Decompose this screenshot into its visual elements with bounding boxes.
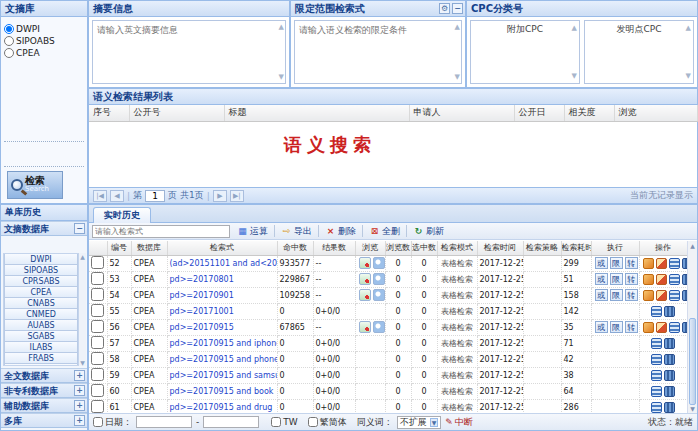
results-col-header[interactable]: 序号 bbox=[89, 105, 129, 121]
analyze-icon[interactable] bbox=[643, 274, 654, 285]
exec-限-button[interactable]: 限 bbox=[610, 289, 623, 301]
expand-icon[interactable]: + bbox=[74, 415, 85, 426]
analyze-icon[interactable] bbox=[643, 258, 654, 269]
browse-chart-icon[interactable] bbox=[359, 257, 371, 269]
results-col-header[interactable]: 申请人 bbox=[409, 105, 514, 121]
tw-checkbox-label[interactable]: TW bbox=[271, 417, 297, 427]
trash-icon[interactable] bbox=[664, 354, 675, 365]
tw-checkbox[interactable] bbox=[271, 417, 281, 427]
expand-icon[interactable]: + bbox=[74, 385, 85, 396]
save-icon[interactable] bbox=[669, 322, 680, 333]
sidebar-group-全文数据库[interactable]: 全文数据库+ bbox=[1, 368, 87, 383]
exec-或-button[interactable]: 或 bbox=[595, 257, 608, 269]
trash-icon[interactable] bbox=[664, 338, 675, 349]
scroll-up-icon[interactable]: ▲ bbox=[688, 242, 697, 249]
scroll-up-icon[interactable]: ▲ bbox=[80, 253, 85, 260]
browse-zoom-icon[interactable] bbox=[373, 257, 385, 269]
history-col-header[interactable]: 结果数 bbox=[313, 241, 355, 255]
save-icon[interactable] bbox=[651, 370, 662, 381]
results-col-header[interactable]: 浏览 bbox=[614, 105, 697, 121]
export-icon[interactable] bbox=[656, 322, 667, 333]
scroll-down-icon[interactable]: ▼ bbox=[279, 73, 284, 81]
history-scrollbar[interactable]: ▲ ▼ bbox=[687, 241, 697, 413]
last-page-button[interactable]: ▶| bbox=[230, 190, 244, 202]
scope-input[interactable] bbox=[294, 20, 462, 84]
results-col-header[interactable]: 相关度 bbox=[564, 105, 614, 121]
library-option-dwpi[interactable]: DWPI bbox=[4, 24, 84, 34]
browse-chart-icon[interactable] bbox=[359, 289, 371, 301]
scroll-up-icon[interactable]: ▲ bbox=[279, 23, 284, 31]
row-select-checkbox[interactable] bbox=[91, 352, 104, 365]
exec-转-button[interactable]: 转 bbox=[625, 273, 638, 285]
history-col-header[interactable]: 命中数 bbox=[277, 241, 313, 255]
sidebar-group-非专利数据库[interactable]: 非专利数据库+ bbox=[1, 383, 87, 398]
abstract-input[interactable] bbox=[92, 20, 286, 84]
sidebar-group-辅助数据库[interactable]: 辅助数据库+ bbox=[1, 398, 87, 413]
history-col-header[interactable]: 浏览 bbox=[355, 241, 385, 255]
sidebar-group-多库[interactable]: 多库+ bbox=[1, 413, 87, 428]
row-select-checkbox[interactable] bbox=[91, 368, 104, 381]
scroll-down-icon[interactable]: ▼ bbox=[80, 359, 85, 366]
row-query-link[interactable]: pd>=20170915 and phone bbox=[170, 355, 278, 364]
library-radio-dwpi[interactable] bbox=[4, 24, 14, 34]
query-input[interactable] bbox=[92, 225, 230, 238]
history-col-header[interactable]: 执行 bbox=[591, 241, 639, 255]
row-query-link[interactable]: pd>=20170915 and iphone bbox=[170, 339, 278, 348]
export-icon[interactable] bbox=[656, 274, 667, 285]
scroll-down-icon[interactable]: ▼ bbox=[572, 72, 577, 80]
row-select-checkbox[interactable] bbox=[91, 320, 104, 333]
history-col-header[interactable]: 编号 bbox=[107, 241, 131, 255]
analyze-icon[interactable] bbox=[643, 290, 654, 301]
next-page-button[interactable]: ▶ bbox=[213, 190, 227, 202]
sidebar-group-abstract-db[interactable]: 文摘数据库 − bbox=[1, 221, 87, 236]
save-icon[interactable] bbox=[651, 354, 662, 365]
exec-转-button[interactable]: 转 bbox=[625, 289, 638, 301]
刷新-button[interactable]: ↻刷新 bbox=[409, 224, 448, 238]
row-query-link[interactable]: pd>=20170901 bbox=[170, 291, 234, 300]
trash-icon[interactable] bbox=[664, 402, 675, 413]
row-query-link[interactable]: pd>=20170915 and drug bbox=[170, 403, 273, 412]
analyze-icon[interactable] bbox=[643, 322, 654, 333]
save-icon[interactable] bbox=[669, 274, 680, 285]
scroll-down-icon[interactable]: ▼ bbox=[455, 73, 460, 81]
cpc-additional-box[interactable]: 附加CPC ▲ ▼ bbox=[470, 20, 580, 84]
运算-button[interactable]: ▦运算 bbox=[233, 224, 272, 238]
sidebar-scrollbar[interactable]: ▲ ▼ bbox=[79, 253, 86, 366]
trash-icon[interactable] bbox=[664, 370, 675, 381]
prev-page-button[interactable]: ◀ bbox=[110, 190, 124, 202]
trash-icon[interactable] bbox=[664, 386, 675, 397]
history-col-header[interactable]: 浏览数 bbox=[385, 241, 411, 255]
browse-zoom-icon[interactable] bbox=[373, 289, 385, 301]
interrupt-button[interactable]: ✎ 中断 bbox=[445, 416, 473, 429]
scroll-up-icon[interactable]: ▲ bbox=[572, 24, 577, 32]
search-button[interactable]: 检索 Search bbox=[7, 171, 63, 199]
row-query-link[interactable]: pd>=20170915 bbox=[170, 323, 234, 332]
scroll-down-icon[interactable]: ▼ bbox=[686, 72, 691, 80]
trash-icon[interactable] bbox=[664, 306, 675, 317]
export-icon[interactable] bbox=[656, 290, 667, 301]
first-page-button[interactable]: |◀ bbox=[93, 190, 107, 202]
browse-chart-icon[interactable] bbox=[359, 273, 371, 285]
scroll-up-icon[interactable]: ▲ bbox=[455, 23, 460, 31]
row-select-checkbox[interactable] bbox=[91, 304, 104, 317]
exec-限-button[interactable]: 限 bbox=[610, 273, 623, 285]
全删-button[interactable]: ⊠全删 bbox=[365, 224, 404, 238]
cpc-invention-box[interactable]: 发明点CPC ▲ ▼ bbox=[584, 20, 694, 84]
row-select-checkbox[interactable] bbox=[91, 384, 104, 397]
charset-checkbox[interactable] bbox=[308, 417, 318, 427]
scroll-up-icon[interactable]: ▲ bbox=[686, 24, 691, 32]
save-icon[interactable] bbox=[651, 306, 662, 317]
results-col-header[interactable]: 公开日 bbox=[514, 105, 564, 121]
exec-转-button[interactable]: 转 bbox=[625, 321, 638, 333]
page-number-input[interactable] bbox=[145, 190, 165, 202]
date-from-input[interactable] bbox=[136, 416, 192, 428]
history-col-header[interactable]: 选中数 bbox=[411, 241, 437, 255]
scroll-down-icon[interactable]: ▼ bbox=[688, 405, 697, 412]
collapse-icon[interactable]: − bbox=[74, 223, 85, 234]
row-select-checkbox[interactable] bbox=[91, 256, 104, 269]
history-col-header[interactable]: 检索式 bbox=[167, 241, 277, 255]
exec-或-button[interactable]: 或 bbox=[595, 321, 608, 333]
save-icon[interactable] bbox=[669, 258, 680, 269]
exec-限-button[interactable]: 限 bbox=[610, 321, 623, 333]
save-icon[interactable] bbox=[651, 402, 662, 413]
